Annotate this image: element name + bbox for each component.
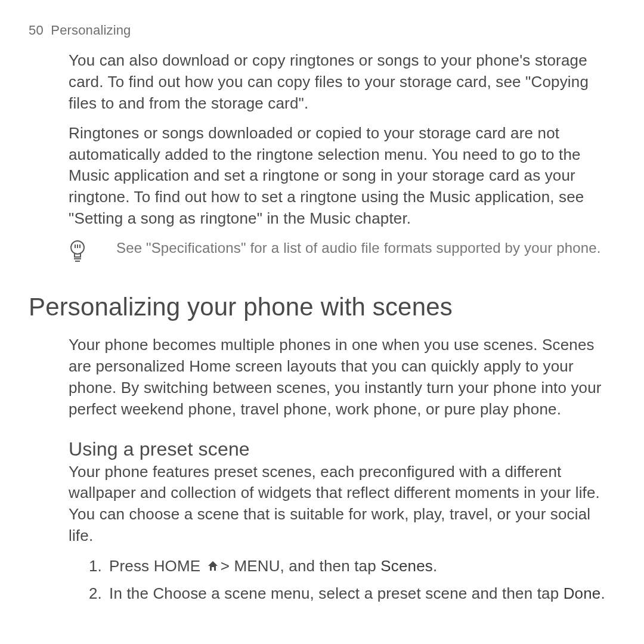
page-number: 50 [29,23,44,38]
step-1-text-d: . [433,557,437,575]
step-1-body: Press HOME > MENU, and then tap Scenes. [109,555,615,578]
section-title: Personalizing [51,23,131,38]
step-1-text-a: Press HOME [109,557,205,575]
paragraph-1: You can also download or copy ringtones … [69,50,615,114]
step-2: 2. In the Choose a scene menu, select a … [89,583,615,604]
paragraph-4: Your phone features preset scenes, each … [69,462,615,547]
tip-text: See "Specifications" for a list of audio… [116,238,601,258]
step-1-number: 1. [89,555,109,577]
step-2-text-a: In the Choose a scene menu, select a pre… [109,584,564,602]
step-2-text-c: . [600,584,605,602]
home-icon [206,556,219,578]
body-block-1: You can also download or copy ringtones … [69,50,615,265]
paragraph-3: Your phone becomes multiple phones in on… [69,335,615,420]
body-block-2: Your phone becomes multiple phones in on… [69,335,615,605]
step-2-body: In the Choose a scene menu, select a pre… [109,583,615,604]
steps-list: 1. Press HOME > MENU, and then tap Scene… [89,555,615,605]
lightbulb-icon [69,239,86,265]
page-header: 50 Personalizing [29,23,615,38]
tip-callout: See "Specifications" for a list of audio… [69,238,615,265]
step-2-number: 2. [89,583,109,604]
page: 50 Personalizing You can also download o… [0,0,644,605]
step-1-text-b: > MENU, and then tap [221,557,381,575]
heading-preset: Using a preset scene [69,438,615,460]
heading-scenes: Personalizing your phone with scenes [29,293,615,321]
step-2-done: Done [564,584,601,602]
step-1: 1. Press HOME > MENU, and then tap Scene… [89,555,615,578]
paragraph-2: Ringtones or songs downloaded or copied … [69,123,615,230]
step-1-scenes: Scenes [380,557,433,575]
